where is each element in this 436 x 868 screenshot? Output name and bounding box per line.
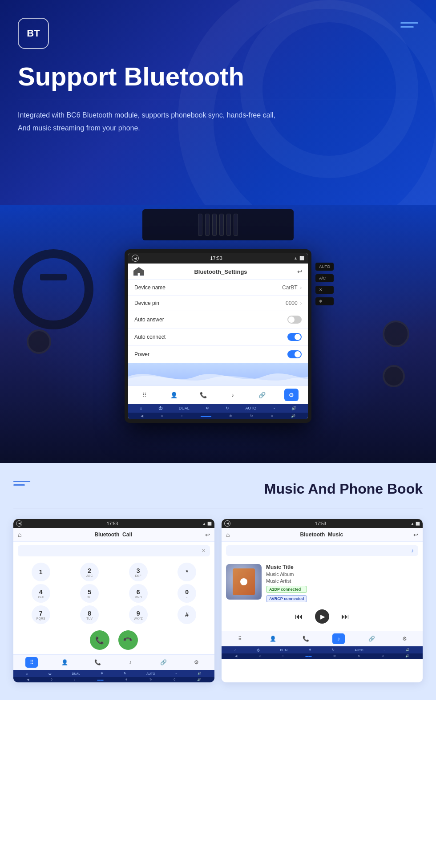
hero-description: Integrated with BC6 Bluetooth module, su…: [18, 109, 320, 135]
music-nav-music[interactable]: ♪: [332, 633, 345, 644]
nav-contacts-btn[interactable]: 👤: [167, 389, 181, 401]
dial-key-0[interactable]: 0-: [178, 584, 196, 603]
album-art: [226, 564, 262, 600]
hero-divider: [18, 100, 418, 100]
head-unit-device: ◀ 17:53 ▲⬜ Bluetooth_Settings ↩ Device n…: [125, 249, 311, 423]
music-player-area: Music Title Music Album Music Artist A2D…: [226, 564, 418, 602]
dial-key-2[interactable]: 2ABC: [80, 563, 99, 581]
hero-title: Support Bluetooth: [18, 62, 418, 91]
music-controls: ⏮ ▶ ⏭: [226, 607, 418, 626]
dial-key-8[interactable]: 8TUV: [80, 605, 99, 624]
call-panel-climate: ⌂ ⏻ DUAL ❄ ↻ AUTO ~ 🔊: [13, 670, 214, 677]
bottom-control-bar: ◀ 0 ↕ ▬▬▬ ❄ ↻ 0 🔊: [128, 413, 308, 419]
play-btn[interactable]: ▶: [315, 609, 329, 624]
lower-title: Music And Phone Book: [264, 481, 423, 497]
dial-key-1[interactable]: 1: [32, 563, 50, 581]
device-screen: ◀ 17:53 ▲⬜ Bluetooth_Settings ↩ Device n…: [128, 253, 308, 419]
climate-bar: ⌂ ⏻ DUAL ❄ ↻ AUTO ~ 🔊: [128, 404, 308, 413]
music-panel-header: ⌂ Bluetooth_Music ↩: [222, 528, 423, 542]
device-frame: ◀ 17:53 ▲⬜ Bluetooth_Settings ↩ Device n…: [125, 249, 311, 423]
device-pin-row: Device pin 0000 ›: [128, 296, 308, 311]
power-toggle[interactable]: [287, 350, 302, 358]
call-actions: 📞 📞: [13, 627, 214, 654]
music-info: Music Title Music Album Music Artist A2D…: [266, 564, 307, 602]
screen-title: Bluetooth_Settings: [194, 268, 247, 275]
return-icon[interactable]: ↩: [297, 268, 303, 275]
call-nav-menu[interactable]: ⠿: [25, 657, 38, 668]
call-panel-bottom-nav: ⠿ 👤 📞 ♪ 🔗 ⚙: [13, 654, 214, 670]
auto-answer-row: Auto answer: [128, 311, 308, 329]
next-track-btn[interactable]: ⏭: [338, 609, 352, 624]
auto-answer-toggle[interactable]: [287, 316, 302, 324]
call-nav-music[interactable]: ♪: [124, 657, 137, 668]
music-nav-contacts[interactable]: 👤: [266, 633, 279, 644]
auto-connect-toggle[interactable]: [287, 333, 302, 341]
dial-key-4[interactable]: 4GHI: [32, 584, 50, 603]
home-icon[interactable]: [133, 267, 144, 276]
music-note-icon: ♪: [411, 548, 414, 554]
music-bottom-bar: ◀ 0 ↕ ▬▬ ❄ ↻ 0 🔊: [222, 653, 423, 659]
lower-menu-icon[interactable]: [13, 481, 30, 486]
call-nav-call[interactable]: 📞: [91, 657, 104, 668]
music-panel-bottom-nav: ⠿ 👤 📞 ♪ 🔗 ⚙: [222, 631, 423, 646]
screen-bottom-nav: ⠿ 👤 📞 ♪ 🔗 ⚙: [128, 385, 308, 404]
music-nav-settings[interactable]: ⚙: [398, 633, 411, 644]
nav-settings-btn[interactable]: ⚙: [284, 389, 299, 401]
power-row: Power: [128, 346, 308, 363]
call-status-icons: ▲⬜: [202, 522, 212, 526]
call-return-icon[interactable]: ↩: [205, 531, 210, 538]
call-back-circle[interactable]: ◀: [16, 520, 22, 527]
lower-divider: [13, 508, 423, 508]
screen-topbar: ◀ 17:53 ▲⬜: [128, 253, 308, 264]
music-home-icon[interactable]: ⌂: [226, 531, 230, 538]
dialpad: 1 2ABC 3DEF * 4GHI 5JKL 6MNO 0- 7PQRS 8T…: [13, 560, 214, 627]
a2dp-badge: A2DP connected: [266, 586, 307, 593]
music-status-icons: ▲⬜: [411, 522, 420, 526]
device-name-row: Device name CarBT ›: [128, 280, 308, 296]
side-controls: AUTO A/C ✕ ❄: [315, 263, 334, 305]
call-nav-settings[interactable]: ⚙: [190, 657, 202, 668]
call-panel-topbar: ◀ 17:53 ▲⬜: [13, 519, 214, 528]
music-panel-topbar: ◀ 17:53 ▲⬜: [222, 519, 423, 528]
music-content: Music Title Music Album Music Artist A2D…: [222, 560, 423, 631]
nav-music-btn[interactable]: ♪: [226, 389, 240, 401]
call-home-icon[interactable]: ⌂: [18, 531, 21, 538]
call-nav-contacts[interactable]: 👤: [58, 657, 71, 668]
music-return-icon[interactable]: ↩: [413, 531, 418, 538]
call-clear-btn[interactable]: ✕: [202, 548, 206, 554]
dial-key-5[interactable]: 5JKL: [80, 584, 99, 603]
answer-call-btn[interactable]: 📞: [90, 630, 109, 650]
status-icons: ▲⬜: [294, 256, 304, 260]
music-panel-climate: ⌂ ⏻ DUAL ❄ ↻ AUTO ~ 🔊: [222, 646, 423, 653]
bt-settings-header: Bluetooth_Settings ↩: [128, 264, 308, 280]
music-search-bar: ♪: [226, 545, 418, 556]
dial-key-3[interactable]: 3DEF: [129, 563, 148, 581]
dial-key-9[interactable]: 9WXYZ: [129, 605, 148, 624]
call-search-bar: ✕: [18, 545, 210, 556]
prev-track-btn[interactable]: ⏮: [292, 609, 306, 624]
lower-section: Music And Phone Book ◀ 17:53 ▲⬜ ⌂ Blueto…: [0, 463, 436, 700]
auto-connect-row: Auto connect: [128, 329, 308, 346]
menu-icon[interactable]: [400, 18, 418, 28]
nav-link-btn[interactable]: 🔗: [255, 389, 269, 401]
panels-row: ◀ 17:53 ▲⬜ ⌂ Bluetooth_Call ↩ ✕ 1 2ABC: [13, 519, 423, 682]
end-call-btn[interactable]: 📞: [114, 626, 142, 654]
music-panel: ◀ 17:53 ▲⬜ ⌂ Bluetooth_Music ↩ ♪: [222, 519, 423, 682]
music-nav-link[interactable]: 🔗: [365, 633, 378, 644]
back-arrow-icon[interactable]: ◀: [132, 255, 139, 262]
call-nav-link[interactable]: 🔗: [157, 657, 170, 668]
hero-section: BT Support Bluetooth Integrated with BC6…: [0, 0, 436, 205]
music-nav-call[interactable]: 📞: [299, 633, 312, 644]
call-panel-header: ⌂ Bluetooth_Call ↩: [13, 528, 214, 542]
music-nav-menu[interactable]: ⠿: [234, 633, 246, 644]
car-section: ◀ 17:53 ▲⬜ Bluetooth_Settings ↩ Device n…: [0, 205, 436, 463]
dial-key-6[interactable]: 6MNO: [129, 584, 148, 603]
wave-decoration: [128, 363, 308, 385]
nav-menu-btn[interactable]: ⠿: [137, 389, 152, 401]
nav-call-btn[interactable]: 📞: [196, 389, 210, 401]
dial-key-hash[interactable]: #: [178, 605, 196, 624]
dial-key-star[interactable]: *: [178, 563, 196, 581]
avrcp-badge: AVRCP connected: [266, 595, 307, 602]
music-back-circle[interactable]: ◀: [224, 520, 230, 527]
dial-key-7[interactable]: 7PQRS: [32, 605, 50, 624]
